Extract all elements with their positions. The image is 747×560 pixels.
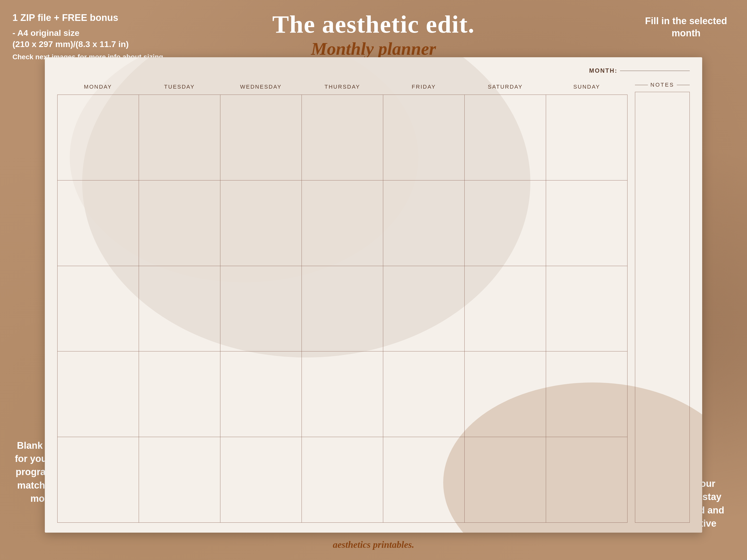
calendar-grid — [57, 95, 627, 523]
table-row — [221, 351, 302, 437]
month-row: MONTH: — [57, 67, 690, 74]
table-row — [383, 266, 465, 352]
table-row — [221, 437, 302, 523]
top-right-annotation: Fill in the selectedmonth — [645, 15, 727, 39]
notes-header-line-left — [635, 85, 648, 85]
table-row — [221, 181, 302, 266]
notes-box — [635, 92, 690, 523]
calendar-area: MONDAY TUESDAY WEDNESDAY THURSDAY FRIDAY… — [57, 82, 690, 523]
table-row — [465, 351, 546, 437]
table-row — [546, 437, 627, 523]
table-row — [302, 351, 383, 437]
table-row — [546, 181, 627, 266]
day-saturday: SATURDAY — [465, 82, 546, 92]
table-row — [57, 437, 139, 523]
table-row — [139, 95, 221, 181]
table-row — [465, 95, 546, 181]
calendar-main: MONDAY TUESDAY WEDNESDAY THURSDAY FRIDAY… — [57, 82, 627, 523]
table-row — [139, 437, 221, 523]
table-row — [139, 351, 221, 437]
fill-month-label: Fill in the selectedmonth — [645, 16, 727, 38]
day-friday: FRIDAY — [383, 82, 465, 92]
notes-header: NOTES — [635, 82, 690, 88]
table-row — [465, 437, 546, 523]
center-title: The aesthetic edit. Monthly planner — [273, 10, 475, 59]
size-label: - A4 original size — [12, 28, 163, 38]
sub-title: Monthly planner — [273, 38, 475, 59]
table-row — [383, 181, 465, 266]
table-row — [221, 266, 302, 352]
day-thursday: THURSDAY — [302, 82, 383, 92]
notes-section: NOTES — [635, 82, 690, 523]
main-title: The aesthetic edit. — [273, 10, 475, 38]
table-row — [139, 266, 221, 352]
table-row — [302, 181, 383, 266]
table-row — [546, 266, 627, 352]
table-row — [546, 351, 627, 437]
table-row — [546, 95, 627, 181]
day-headers: MONDAY TUESDAY WEDNESDAY THURSDAY FRIDAY… — [57, 82, 627, 92]
zip-label: 1 ZIP file + FREE bonus — [12, 12, 163, 23]
table-row — [383, 437, 465, 523]
table-row — [57, 266, 139, 352]
notes-header-line-right — [677, 85, 690, 85]
top-left-info: 1 ZIP file + FREE bonus - A4 original si… — [12, 12, 163, 61]
table-row — [57, 181, 139, 266]
notes-label: NOTES — [650, 82, 674, 88]
table-row — [302, 95, 383, 181]
table-row — [57, 95, 139, 181]
day-monday: MONDAY — [57, 82, 139, 92]
month-label: MONTH: — [589, 67, 618, 74]
month-line — [620, 71, 690, 71]
table-row — [57, 351, 139, 437]
table-row — [465, 181, 546, 266]
table-row — [383, 351, 465, 437]
table-row — [302, 437, 383, 523]
table-row — [383, 95, 465, 181]
table-row — [139, 181, 221, 266]
day-tuesday: TUESDAY — [139, 82, 220, 92]
dimensions-label: (210 x 297 mm)/(8.3 x 11.7 in) — [12, 39, 163, 49]
table-row — [302, 266, 383, 352]
day-wednesday: WEDNESDAY — [220, 82, 302, 92]
table-row — [221, 95, 302, 181]
table-row — [465, 266, 546, 352]
planner-card: MONTH: MONDAY TUESDAY WEDNESDAY THURSDAY… — [45, 57, 702, 533]
day-sunday: SUNDAY — [546, 82, 627, 92]
brand-label: aesthetics printables. — [333, 539, 414, 550]
